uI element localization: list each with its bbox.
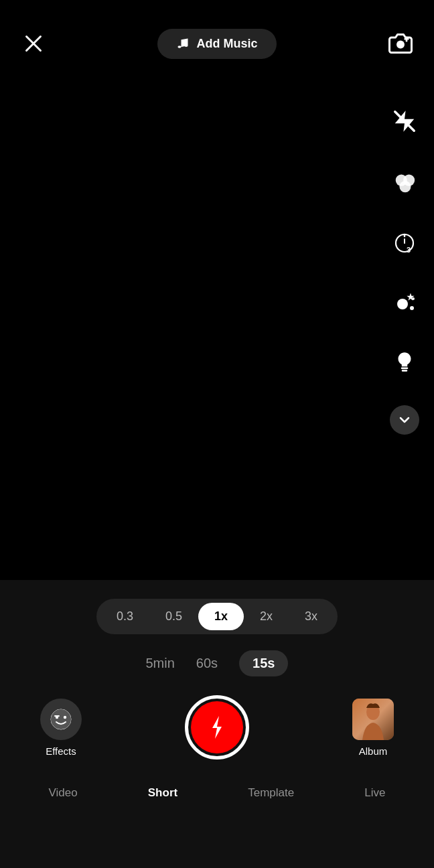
camera-view (0, 87, 434, 580)
nav-video[interactable]: Video (41, 781, 86, 805)
right-sidebar: 3 (387, 104, 422, 435)
album-button[interactable]: Album (352, 699, 394, 757)
album-label: Album (359, 745, 388, 757)
add-music-label: Add Music (196, 37, 257, 51)
album-thumbnail (352, 699, 394, 740)
magic-button[interactable] (387, 285, 422, 319)
duration-60s[interactable]: 60s (196, 656, 218, 671)
record-inner (191, 701, 243, 753)
speed-3x[interactable]: 3x (289, 603, 334, 630)
duration-selector: 5min 60s 15s (146, 650, 289, 676)
svg-point-13 (410, 306, 414, 310)
nav-short[interactable]: Short (140, 781, 186, 805)
more-button[interactable] (390, 405, 419, 435)
svg-marker-23 (212, 716, 222, 739)
effects-icon-circle (40, 699, 82, 740)
add-music-button[interactable]: Add Music (157, 29, 276, 59)
record-button[interactable] (185, 695, 249, 760)
bottom-area: 0.3 0.5 1x 2x 3x 5min 60s 15s (0, 580, 434, 868)
svg-point-19 (51, 709, 71, 729)
svg-rect-16 (402, 370, 407, 372)
duration-5min[interactable]: 5min (146, 656, 175, 671)
speed-1x[interactable]: 1x (198, 603, 244, 630)
svg-point-21 (64, 715, 66, 718)
header: Add Music (0, 0, 434, 87)
camera-flip-button[interactable] (386, 29, 415, 58)
speed-selector: 0.3 0.5 1x 2x 3x (96, 599, 338, 634)
svg-point-14 (412, 297, 415, 300)
flash-off-button[interactable] (387, 104, 422, 139)
lightbulb-button[interactable] (387, 345, 422, 380)
svg-text:3: 3 (407, 246, 411, 254)
filters-button[interactable] (387, 164, 422, 199)
speed-0.5[interactable]: 0.5 (149, 603, 198, 630)
bottom-nav: Video Short Template Live (0, 781, 434, 805)
speed-2x[interactable]: 2x (244, 603, 289, 630)
nav-live[interactable]: Live (356, 781, 393, 805)
timer-button[interactable]: 3 (387, 224, 422, 259)
speed-0.3[interactable]: 0.3 (100, 603, 149, 630)
svg-point-11 (397, 299, 408, 309)
duration-15s[interactable]: 15s (239, 650, 288, 676)
svg-rect-15 (401, 367, 409, 369)
nav-template[interactable]: Template (240, 781, 302, 805)
svg-point-6 (399, 181, 411, 192)
effects-button[interactable]: Effects (40, 699, 82, 757)
record-row: Effects (0, 695, 434, 760)
effects-label: Effects (46, 745, 76, 757)
close-button[interactable] (19, 29, 48, 58)
